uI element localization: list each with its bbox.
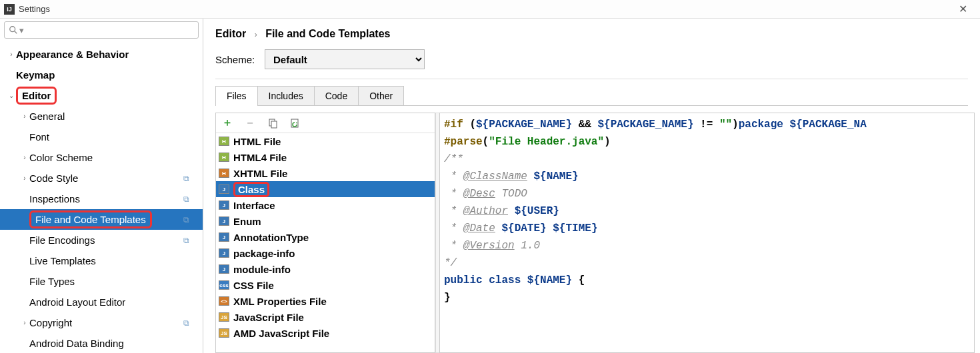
refresh-icon[interactable]	[289, 117, 301, 129]
svg-point-0	[10, 27, 15, 32]
template-item-html-file[interactable]: HHTML File	[216, 133, 435, 149]
template-item-label: Enum	[233, 216, 261, 227]
template-item-enum[interactable]: JEnum	[216, 213, 435, 229]
breadcrumb-leaf: File and Code Templates	[265, 28, 390, 39]
file-type-icon: J	[219, 264, 229, 274]
template-item-label: HTML4 File	[233, 152, 287, 163]
svg-line-1	[15, 31, 17, 34]
window-title: Settings	[19, 4, 50, 14]
template-item-label: AMD JavaScript File	[233, 328, 329, 339]
file-type-icon: J	[219, 184, 229, 194]
tab-files[interactable]: Files	[215, 86, 258, 105]
nav-item-file-encodings[interactable]: File Encodings⧉	[0, 230, 203, 250]
chevron-icon: ›	[7, 51, 16, 58]
file-type-icon: H	[219, 169, 229, 178]
file-type-icon: <>	[219, 296, 229, 306]
scheme-label: Scheme:	[215, 54, 265, 65]
scope-icon: ⧉	[183, 174, 189, 183]
template-item-xml-properties-file[interactable]: <>XML Properties File	[216, 293, 435, 309]
chevron-right-icon: ›	[249, 30, 263, 39]
file-type-icon: J	[219, 216, 229, 226]
svg-rect-3	[271, 121, 277, 128]
nav-item-keymap[interactable]: Keymap	[0, 65, 203, 85]
nav-item-code-style[interactable]: ›Code Style⧉	[0, 168, 203, 188]
nav-item-live-templates[interactable]: Live Templates	[0, 250, 203, 271]
nav-item-label: Code Style	[29, 173, 78, 184]
settings-tree: ›Appearance & BehaviorKeymap⌄Editor›Gene…	[0, 43, 203, 353]
file-type-icon: H	[219, 137, 229, 146]
nav-item-android-layout-editor[interactable]: Android Layout Editor	[0, 292, 203, 312]
template-item-label: package-info	[233, 248, 295, 259]
template-item-label: module-info	[233, 264, 291, 275]
file-type-icon: J	[219, 232, 229, 242]
nav-item-file-types[interactable]: File Types	[0, 271, 203, 292]
scope-icon: ⧉	[183, 318, 189, 328]
template-item-label: JavaScript File	[233, 312, 304, 323]
nav-item-label: File and Code Templates	[29, 210, 152, 228]
nav-item-label: Live Templates	[29, 255, 96, 266]
nav-item-editor[interactable]: ⌄Editor	[0, 85, 203, 106]
nav-item-label: Android Layout Editor	[29, 296, 125, 308]
template-list-panel: ＋ − HHTML FileHHTML4 FileHXHTML FileJCla…	[215, 113, 435, 353]
template-item-class[interactable]: JClass	[216, 181, 435, 197]
scope-icon: ⧉	[183, 194, 189, 204]
nav-item-label: Android Data Binding	[29, 338, 124, 349]
copy-icon[interactable]	[267, 117, 279, 129]
scheme-select[interactable]: Default	[265, 49, 425, 69]
template-item-css-file[interactable]: cssCSS File	[216, 277, 435, 293]
template-item-label: XML Properties File	[233, 296, 327, 307]
search-icon	[9, 25, 18, 35]
nav-item-label: File Encodings	[29, 234, 95, 246]
nav-item-label: Appearance & Behavior	[16, 49, 129, 60]
scope-icon: ⧉	[183, 215, 189, 224]
app-icon: IJ	[4, 4, 15, 15]
template-item-package-info[interactable]: Jpackage-info	[216, 245, 435, 261]
nav-item-font[interactable]: Font	[0, 127, 203, 147]
template-list: HHTML FileHHTML4 FileHXHTML FileJClassJI…	[216, 133, 435, 352]
nav-item-copyright[interactable]: ›Copyright⧉	[0, 312, 203, 333]
chevron-icon: ›	[20, 175, 29, 182]
template-item-module-info[interactable]: Jmodule-info	[216, 261, 435, 277]
breadcrumb: Editor › File and Code Templates	[203, 19, 980, 47]
breadcrumb-root: Editor	[215, 28, 246, 39]
nav-item-inspections[interactable]: Inspections⧉	[0, 188, 203, 209]
tab-other[interactable]: Other	[358, 86, 404, 105]
nav-item-label: Copyright	[29, 317, 72, 328]
template-item-amd-javascript-file[interactable]: JSAMD JavaScript File	[216, 325, 435, 341]
nav-item-general[interactable]: ›General	[0, 106, 203, 127]
template-item-label: XHTML File	[233, 168, 287, 179]
template-item-annotationtype[interactable]: JAnnotationType	[216, 229, 435, 245]
settings-sidebar: ▾ ›Appearance & BehaviorKeymap⌄Editor›Ge…	[0, 19, 203, 353]
nav-item-label: File Types	[29, 276, 75, 287]
nav-item-file-and-code-templates[interactable]: File and Code Templates⧉	[0, 209, 203, 230]
file-type-icon: css	[219, 280, 229, 290]
chevron-icon: ›	[20, 113, 29, 120]
close-icon[interactable]: ✕	[949, 3, 976, 15]
nav-item-label: Keymap	[16, 69, 55, 81]
template-item-label: HTML File	[233, 136, 281, 147]
nav-item-color-scheme[interactable]: ›Color Scheme	[0, 147, 203, 168]
nav-item-appearance-behavior[interactable]: ›Appearance & Behavior	[0, 44, 203, 65]
nav-item-label: Font	[29, 131, 49, 143]
nav-item-android-data-binding[interactable]: Android Data Binding	[0, 333, 203, 353]
template-tabs: FilesIncludesCodeOther	[215, 86, 968, 106]
file-type-icon: JS	[219, 328, 229, 338]
template-item-interface[interactable]: JInterface	[216, 197, 435, 213]
chevron-icon: ›	[20, 319, 29, 326]
tab-code[interactable]: Code	[314, 86, 359, 105]
template-item-label: CSS File	[233, 280, 274, 291]
add-icon[interactable]: ＋	[221, 117, 233, 129]
template-item-html4-file[interactable]: HHTML4 File	[216, 149, 435, 165]
titlebar: IJ Settings ✕	[0, 0, 980, 19]
template-toolbar: ＋ −	[216, 113, 435, 133]
chevron-icon: ›	[20, 154, 29, 161]
template-item-javascript-file[interactable]: JSJavaScript File	[216, 309, 435, 325]
chevron-icon: ⌄	[7, 92, 16, 99]
search-input[interactable]: ▾	[4, 21, 199, 39]
tab-includes[interactable]: Includes	[257, 86, 315, 105]
scope-icon: ⧉	[183, 236, 189, 245]
remove-icon[interactable]: −	[244, 117, 256, 129]
template-item-xhtml-file[interactable]: HXHTML File	[216, 165, 435, 181]
template-editor[interactable]: #if (${PACKAGE_NAME} && ${PACKAGE_NAME} …	[439, 113, 975, 353]
file-type-icon: J	[219, 248, 229, 258]
